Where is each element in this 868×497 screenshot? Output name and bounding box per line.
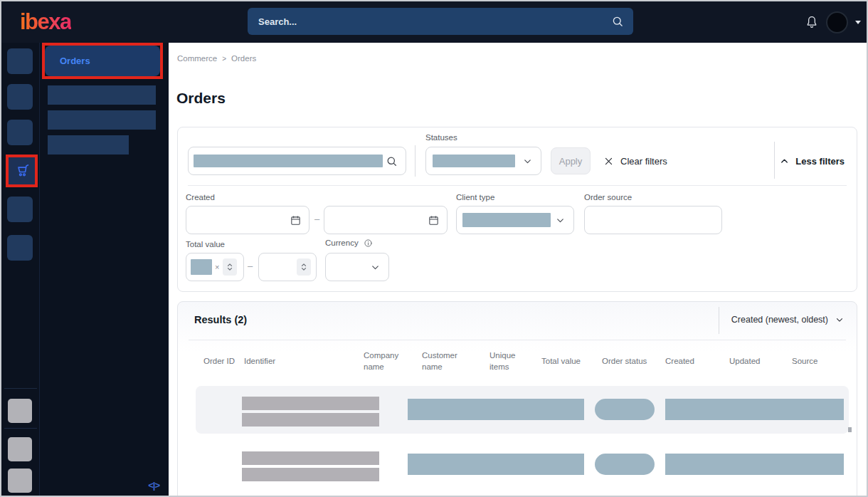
sidebar-bottom-item-2[interactable] <box>8 437 32 461</box>
search-icon[interactable] <box>611 15 624 28</box>
range-separator: – <box>314 214 319 224</box>
chevron-down-icon <box>555 215 566 226</box>
scrollbar-dot <box>848 427 852 432</box>
sidebar-item-2[interactable] <box>7 84 33 110</box>
filter-search-input[interactable] <box>188 147 406 175</box>
dropdown-placeholder-bar <box>462 213 551 227</box>
column-header-identifier: Identifier <box>244 349 351 375</box>
clear-filters-button[interactable]: Clear filters <box>603 147 667 174</box>
created-label: Created <box>186 193 215 202</box>
column-header-customer-name: Customer name <box>422 349 476 375</box>
statuses-label: Statuses <box>425 133 457 142</box>
sidebar-divider <box>4 388 37 389</box>
statuses-dropdown[interactable] <box>425 147 541 175</box>
sidebar-item-placeholder[interactable] <box>48 85 156 105</box>
dropdown-placeholder-bar <box>433 155 515 167</box>
column-header-company-name: Company name <box>364 349 413 375</box>
sidebar-item-placeholder[interactable] <box>48 110 156 130</box>
created-to-input[interactable] <box>324 206 448 234</box>
breadcrumb-orders[interactable]: Orders <box>231 54 256 63</box>
sidebar-divider <box>4 428 37 429</box>
customer-placeholder-bar <box>408 454 584 475</box>
icon-sidebar <box>1 43 40 496</box>
page-title: Orders <box>176 90 226 107</box>
status-pill-placeholder <box>595 399 655 420</box>
order-source-input[interactable] <box>584 206 722 234</box>
number-stepper[interactable] <box>223 258 237 276</box>
secondary-sidebar: Orders <|> <box>40 43 169 496</box>
less-filters-button[interactable]: Less filters <box>779 147 845 174</box>
user-menu-caret-icon[interactable] <box>855 21 861 24</box>
app-window: ibexa <box>0 0 868 497</box>
column-header-updated: Updated <box>729 349 776 375</box>
created-from-input[interactable] <box>186 206 309 234</box>
input-placeholder-bar <box>194 155 383 167</box>
multiply-sign: × <box>215 263 219 271</box>
currency-dropdown[interactable] <box>325 253 389 281</box>
client-type-dropdown[interactable] <box>456 206 574 234</box>
currency-label: Currency <box>325 239 373 248</box>
results-panel: Results (2) Created (newest, oldest) Ord… <box>177 301 857 496</box>
calendar-icon[interactable] <box>428 214 440 226</box>
search-icon[interactable] <box>386 155 398 167</box>
user-avatar[interactable] <box>826 11 848 33</box>
sidebar-collapse-icon[interactable]: <|> <box>148 480 159 491</box>
chevron-down-icon <box>522 156 533 167</box>
number-stepper[interactable] <box>297 258 311 276</box>
results-title: Results (2) <box>194 314 247 325</box>
status-pill-placeholder <box>595 454 655 475</box>
main-content: Commerce > Orders Orders Statuses <box>169 43 867 496</box>
divider <box>415 145 416 177</box>
sidebar-item-5[interactable] <box>7 197 33 222</box>
top-bar: ibexa <box>1 1 867 43</box>
dates-placeholder-bar <box>665 399 844 420</box>
sidebar-item-3[interactable] <box>7 120 33 145</box>
sidebar-item-6[interactable] <box>7 235 33 261</box>
orders-item-label: Orders <box>60 56 90 66</box>
clear-filters-label: Clear filters <box>620 156 667 167</box>
divider <box>188 185 847 186</box>
divider <box>774 142 775 179</box>
total-value-min-input[interactable]: × <box>186 253 244 281</box>
identifier-placeholder-bar <box>242 397 379 410</box>
order-source-label: Order source <box>584 193 632 202</box>
input-placeholder-bar <box>191 259 212 275</box>
column-header-order-status: Order status <box>602 349 659 375</box>
divider <box>189 340 846 340</box>
total-value-max-input[interactable] <box>258 253 317 281</box>
ibexa-logo: ibexa <box>20 9 71 35</box>
table-row[interactable] <box>196 386 849 434</box>
apply-button[interactable]: Apply <box>551 147 591 174</box>
chevron-down-icon <box>370 262 381 273</box>
column-header-source: Source <box>792 349 835 375</box>
search-input[interactable] <box>248 16 611 27</box>
shopping-cart-icon[interactable] <box>14 162 31 179</box>
breadcrumb: Commerce > Orders <box>177 54 256 63</box>
customer-placeholder-bar <box>408 399 584 420</box>
breadcrumb-commerce[interactable]: Commerce <box>177 54 217 63</box>
range-separator: – <box>248 261 253 271</box>
filters-panel: Statuses Apply Clear filters <box>177 127 857 292</box>
sidebar-item-1[interactable] <box>7 48 33 74</box>
sidebar-bottom-item-3[interactable] <box>8 469 32 493</box>
sort-dropdown[interactable]: Created (newest, oldest) <box>731 315 845 325</box>
divider <box>719 307 719 334</box>
annotation-box-cart <box>6 155 38 187</box>
sidebar-bottom-item-1[interactable] <box>8 399 32 423</box>
sort-value: Created (newest, oldest) <box>731 315 828 325</box>
close-icon <box>603 156 614 167</box>
table-row[interactable] <box>196 439 849 487</box>
info-icon[interactable] <box>364 239 373 248</box>
less-filters-label: Less filters <box>795 156 845 167</box>
dates-placeholder-bar <box>665 454 844 475</box>
calendar-icon[interactable] <box>290 214 302 226</box>
global-search[interactable] <box>248 8 633 35</box>
chevron-down-icon <box>835 315 845 325</box>
notification-bell-icon[interactable] <box>805 15 819 29</box>
sidebar-item-placeholder[interactable] <box>48 135 129 155</box>
breadcrumb-separator: > <box>222 55 226 63</box>
sidebar-item-orders[interactable]: Orders <box>45 46 160 76</box>
column-header-created: Created <box>665 349 708 375</box>
currency-label-text: Currency <box>325 239 359 247</box>
identifier-placeholder-bar <box>242 413 379 427</box>
